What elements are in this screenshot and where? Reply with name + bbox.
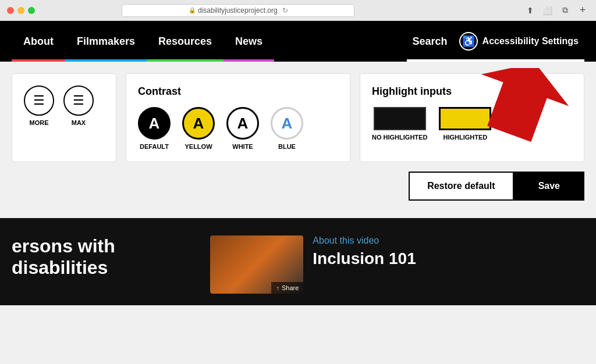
font-size-section: ☰ MORE ☰ MAX — [12, 73, 116, 162]
hero-video-col: ↑ Share About this video Inclusion 101 — [210, 235, 584, 294]
highlight-section: Highlight inputs NO HIGHLIGHTED HIGHLIGH… — [360, 73, 584, 162]
resources-underline — [147, 59, 224, 62]
contrast-yellow-circle: A — [182, 107, 215, 140]
news-underline — [224, 59, 274, 62]
contrast-default-circle: A — [138, 107, 171, 140]
save-button[interactable]: Save — [514, 172, 584, 201]
filmmakers-underline — [65, 59, 147, 62]
accessibility-panel: ☰ MORE ☰ MAX Contrast — [0, 62, 596, 218]
font-option-more[interactable]: ☰ MORE — [24, 85, 54, 126]
site-wrapper: About Filmmakers Resources News Search ♿… — [0, 21, 596, 305]
font-more-circle: ☰ — [24, 85, 54, 116]
close-window-btn[interactable] — [7, 7, 14, 14]
contrast-options: A DEFAULT A YELLOW A WHITE A — [138, 107, 338, 150]
window-controls — [7, 7, 35, 14]
restore-default-button[interactable]: Restore default — [409, 172, 513, 201]
maximize-window-btn[interactable] — [28, 7, 35, 14]
contrast-default[interactable]: A DEFAULT — [138, 107, 171, 150]
contrast-blue-label: BLUE — [278, 143, 296, 150]
contrast-yellow-label: YELLOW — [185, 143, 212, 150]
video-about-label: About this video — [313, 235, 584, 246]
search-underline — [407, 59, 453, 62]
panel-main-row: ☰ MORE ☰ MAX Contrast — [12, 73, 584, 162]
video-share[interactable]: ↑ Share — [271, 282, 303, 294]
contrast-white[interactable]: A WHITE — [226, 107, 259, 150]
contrast-white-circle: A — [226, 107, 259, 140]
share-icon[interactable]: ⬆ — [524, 4, 537, 17]
contrast-section: Contrast A DEFAULT A YELLOW A W — [126, 73, 350, 162]
browser-chrome: 🔒 disabilityjusticeproject.org ↻ ⬆ ⬜ ⧉ + — [0, 0, 596, 21]
video-thumbnail[interactable]: ↑ Share — [210, 235, 303, 294]
contrast-yellow[interactable]: A YELLOW — [182, 107, 215, 150]
url-text: disabilityjusticeproject.org — [198, 6, 278, 15]
nav-news[interactable]: News — [224, 21, 274, 62]
add-tab-icon[interactable]: + — [576, 4, 589, 17]
nav-accessibility[interactable]: ♿ Accessibility Settings — [453, 21, 584, 62]
highlight-active[interactable]: HIGHLIGHTED — [439, 107, 491, 141]
accessibility-underline — [453, 59, 584, 62]
video-info: About this video Inclusion 101 — [313, 235, 584, 268]
highlight-options: NO HIGHLIGHTED HIGHLIGHTED — [372, 107, 572, 141]
nav-about[interactable]: About — [12, 21, 65, 62]
accessibility-icon: ♿ — [459, 32, 478, 51]
highlight-none[interactable]: NO HIGHLIGHTED — [372, 107, 427, 141]
font-max-circle: ☰ — [63, 85, 94, 116]
video-title: Inclusion 101 — [313, 249, 584, 268]
address-bar[interactable]: 🔒 disabilityjusticeproject.org ↻ — [122, 4, 354, 17]
nav-search[interactable]: Search — [407, 35, 453, 48]
font-more-symbol: ☰ — [33, 93, 45, 108]
hero-section: ersons with disabilities ↑ Share About t… — [0, 218, 596, 305]
highlight-none-box — [374, 107, 426, 130]
contrast-title: Contrast — [138, 85, 338, 98]
bookmark-icon[interactable]: ⬜ — [541, 4, 554, 17]
hero-text-col: ersons with disabilities — [12, 235, 198, 290]
contrast-white-label: WHITE — [232, 143, 253, 150]
lock-icon: 🔒 — [189, 7, 196, 13]
contrast-blue-circle: A — [271, 107, 303, 140]
font-more-label: MORE — [30, 119, 49, 126]
browser-actions: ⬆ ⬜ ⧉ + — [524, 4, 589, 17]
share-arrow-icon: ↑ — [276, 284, 279, 291]
windows-icon[interactable]: ⧉ — [559, 4, 572, 17]
highlight-none-label: NO HIGHLIGHTED — [372, 134, 427, 141]
contrast-blue[interactable]: A BLUE — [271, 107, 303, 150]
font-options: ☰ MORE ☰ MAX — [24, 85, 104, 126]
minimize-window-btn[interactable] — [17, 7, 24, 14]
contrast-default-label: DEFAULT — [140, 143, 169, 150]
highlight-active-box — [439, 107, 491, 130]
font-max-label: MAX — [72, 119, 86, 126]
highlight-title: Highlight inputs — [372, 85, 572, 98]
font-option-max[interactable]: ☰ MAX — [63, 85, 94, 126]
nav-filmmakers[interactable]: Filmmakers — [65, 21, 147, 62]
nav-search-wrapper: Search — [407, 21, 453, 62]
font-max-symbol: ☰ — [73, 93, 84, 108]
refresh-icon[interactable]: ↻ — [282, 6, 288, 15]
buttons-row: Restore default Save — [12, 172, 584, 206]
hero-title: ersons with disabilities — [12, 235, 198, 279]
nav-resources[interactable]: Resources — [147, 21, 224, 62]
about-underline — [12, 59, 65, 62]
highlight-active-label: HIGHLIGHTED — [443, 134, 487, 141]
main-nav: About Filmmakers Resources News Search ♿… — [0, 21, 596, 62]
